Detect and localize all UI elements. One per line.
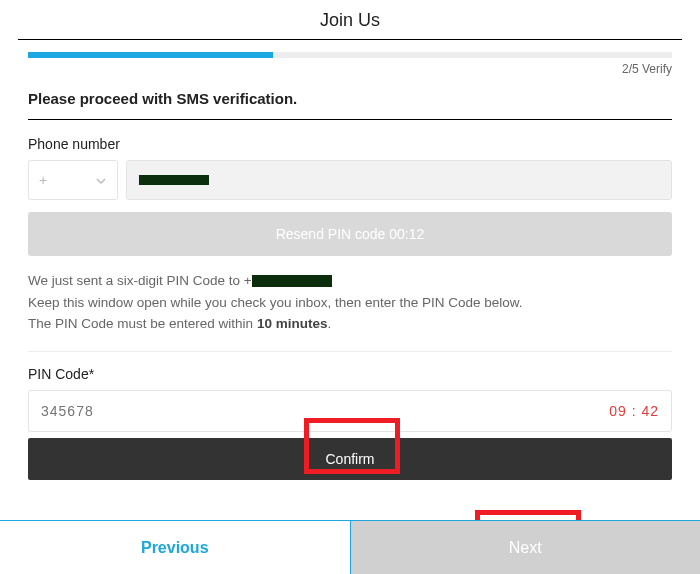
- redacted-phone: [139, 175, 209, 185]
- info-line1-prefix: We just sent a six-digit PIN Code to +: [28, 273, 252, 288]
- resend-pin-button[interactable]: Resend PIN code 00:12: [28, 212, 672, 256]
- section-divider: [28, 351, 672, 352]
- info-text: We just sent a six-digit PIN Code to + K…: [28, 270, 672, 335]
- pin-code-label: PIN Code*: [28, 366, 672, 382]
- countdown-timer: 09 : 42: [609, 403, 659, 419]
- country-code-select[interactable]: +: [28, 160, 118, 200]
- wizard-footer: Previous Next: [0, 520, 700, 574]
- info-line3-bold: 10 minutes: [257, 316, 328, 331]
- chevron-down-icon: [95, 174, 107, 186]
- step-indicator: 2/5 Verify: [28, 62, 672, 76]
- redacted-recipient: [252, 275, 332, 287]
- previous-button[interactable]: Previous: [0, 521, 351, 574]
- section-heading: Please proceed with SMS verification.: [28, 90, 672, 120]
- info-line3-suffix: .: [327, 316, 331, 331]
- progress-fill: [28, 52, 273, 58]
- pin-input-container: 09 : 42: [28, 390, 672, 432]
- confirm-button[interactable]: Confirm: [28, 438, 672, 480]
- pin-code-input[interactable]: [41, 403, 241, 419]
- title-divider: [18, 39, 682, 40]
- phone-label: Phone number: [28, 136, 672, 152]
- phone-number-input[interactable]: [126, 160, 672, 200]
- info-line2: Keep this window open while you check yo…: [28, 292, 672, 314]
- page-title: Join Us: [0, 0, 700, 39]
- next-button[interactable]: Next: [351, 521, 701, 574]
- country-code-prefix: +: [39, 172, 47, 188]
- info-line3-prefix: The PIN Code must be entered within: [28, 316, 257, 331]
- progress-bar: [28, 52, 672, 58]
